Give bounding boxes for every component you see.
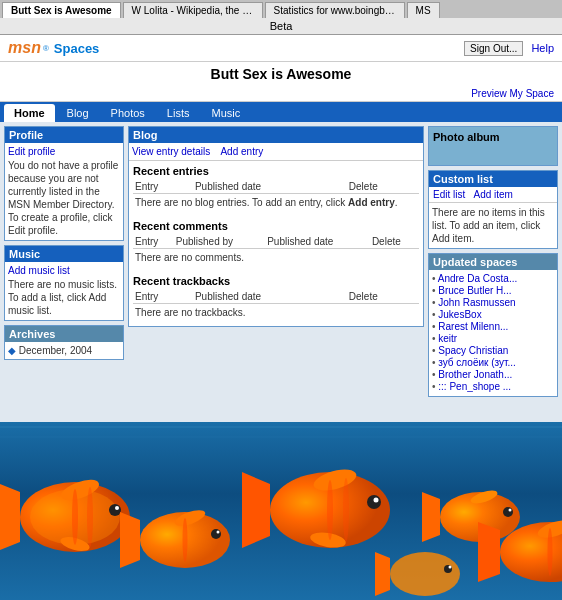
tab-ms[interactable]: MS — [407, 2, 440, 18]
space-item-4[interactable]: Rarest Milenn... — [432, 321, 554, 332]
nav-photos[interactable]: Photos — [101, 104, 155, 122]
profile-header: Profile — [5, 127, 123, 143]
tab-lolita[interactable]: W Lolita - Wikipedia, the free encyclope… — [123, 2, 263, 18]
recent-trackbacks-section: Recent trackbacks Entry Published date D… — [129, 271, 423, 326]
page-title: Butt Sex is Awesome — [0, 62, 562, 86]
nav-music[interactable]: Music — [201, 104, 250, 122]
preview-my-space-link[interactable]: Preview My Space — [471, 88, 554, 99]
fish-area — [0, 422, 562, 600]
msn-spaces-text: Spaces — [54, 41, 100, 56]
col-published-date: Published date — [193, 180, 347, 194]
svg-point-22 — [343, 478, 349, 542]
svg-marker-16 — [242, 472, 270, 548]
recent-entries-table: Entry Published date Delete — [133, 180, 419, 194]
recent-entries-header-row: Entry Published date Delete — [133, 180, 419, 194]
msn-logo: msn® Spaces — [8, 39, 99, 57]
msn-header-right: Sign Out... Help — [464, 41, 554, 56]
recent-entries-title: Recent entries — [133, 165, 419, 177]
add-entry-bold[interactable]: Add entry — [348, 197, 395, 208]
recent-comments-table: Entry Published by Published date Delete — [133, 235, 419, 249]
right-sidebar: Photo album Custom list Edit list Add it… — [428, 126, 558, 418]
profile-section: Profile Edit profile You do not have a p… — [4, 126, 124, 241]
help-link[interactable]: Help — [531, 42, 554, 54]
nav-home[interactable]: Home — [4, 104, 55, 122]
add-entry-link[interactable]: Add entry — [220, 146, 263, 157]
space-item-2[interactable]: John Rasmussen — [432, 297, 554, 308]
svg-marker-10 — [120, 512, 140, 568]
space-item-1[interactable]: Bruce Butler H... — [432, 285, 554, 296]
nav-blog[interactable]: Blog — [57, 104, 99, 122]
space-item-6[interactable]: Spacy Christian — [432, 345, 554, 356]
tab-boingboing[interactable]: Statistics for www.boingboing.net — [265, 2, 405, 18]
col-delete-2: Delete — [370, 235, 419, 249]
custom-list-empty: There are no items in this list. To add … — [432, 207, 545, 244]
col-entry-3: Entry — [133, 290, 193, 304]
music-body: Add music list There are no music lists.… — [5, 262, 123, 320]
recent-trackbacks-table: Entry Published date Delete — [133, 290, 419, 304]
col-delete: Delete — [347, 180, 419, 194]
space-item-3[interactable]: JukesBox — [432, 309, 554, 320]
space-item-8[interactable]: Brother Jonath... — [432, 369, 554, 380]
svg-point-12 — [211, 529, 221, 539]
profile-text: You do not have a profile because you ar… — [8, 159, 120, 237]
blog-section: Blog View entry details Add entry Recent… — [128, 126, 424, 327]
svg-point-7 — [72, 489, 78, 545]
blog-links: View entry details Add entry — [129, 143, 423, 161]
archives-body: December, 2004 — [5, 342, 123, 359]
beta-label: Beta — [270, 20, 293, 32]
sign-out-button[interactable]: Sign Out... — [464, 41, 523, 56]
svg-point-37 — [449, 566, 452, 569]
photo-album-header: Photo album — [433, 131, 553, 143]
custom-list-header: Custom list — [429, 171, 557, 187]
fish-svg — [0, 422, 562, 600]
svg-point-21 — [327, 480, 333, 540]
col-entry: Entry — [133, 180, 193, 194]
edit-profile-link[interactable]: Edit profile — [8, 146, 120, 157]
msn-logo-sup: ® — [43, 44, 49, 53]
recent-trackbacks-empty: There are no trackbacks. — [133, 304, 419, 322]
add-music-list-link[interactable]: Add music list — [8, 265, 120, 276]
svg-point-6 — [115, 506, 119, 510]
photo-album-section: Photo album — [428, 126, 558, 166]
svg-point-5 — [109, 504, 121, 516]
recent-comments-header-row: Entry Published by Published date Delete — [133, 235, 419, 249]
updated-spaces-header: Updated spaces — [429, 254, 557, 270]
custom-list-section: Custom list Edit list Add item There are… — [428, 170, 558, 249]
msn-header: msn® Spaces Sign Out... Help — [0, 35, 562, 62]
recent-comments-title: Recent comments — [133, 220, 419, 232]
blog-header: Blog — [129, 127, 423, 143]
nav-lists[interactable]: Lists — [157, 104, 200, 122]
recent-trackbacks-title: Recent trackbacks — [133, 275, 419, 287]
space-item-9[interactable]: ::: Pen_shope ... — [432, 381, 554, 392]
music-text: There are no music lists. To add a list,… — [8, 278, 120, 317]
svg-marker-35 — [375, 552, 390, 596]
recent-trackbacks-header-row: Entry Published date Delete — [133, 290, 419, 304]
archives-item-dec2004[interactable]: December, 2004 — [8, 345, 120, 356]
svg-point-13 — [217, 531, 220, 534]
left-sidebar: Profile Edit profile You do not have a p… — [4, 126, 124, 418]
space-item-7[interactable]: зуб слоёик (зут... — [432, 357, 554, 368]
view-entry-details-link[interactable]: View entry details — [132, 146, 210, 157]
svg-point-34 — [390, 552, 460, 596]
recent-entries-section: Recent entries Entry Published date Dele… — [129, 161, 423, 216]
svg-point-14 — [183, 518, 188, 562]
browser-tabs: Butt Sex is Awesome W Lolita - Wikipedia… — [0, 0, 562, 18]
col-delete-3: Delete — [347, 290, 419, 304]
svg-point-33 — [548, 528, 553, 576]
custom-list-links: Edit list Add item — [429, 187, 557, 203]
edit-list-link[interactable]: Edit list — [433, 189, 465, 200]
recent-comments-empty: There are no comments. — [133, 249, 419, 267]
updated-spaces-section: Updated spaces Andre Da Costa... Bruce B… — [428, 253, 558, 397]
add-item-link[interactable]: Add item — [473, 189, 512, 200]
col-entry-2: Entry — [133, 235, 174, 249]
tab-butt-sex[interactable]: Butt Sex is Awesome — [2, 2, 121, 18]
svg-marker-2 — [0, 482, 20, 552]
custom-list-body: There are no items in this list. To add … — [429, 203, 557, 248]
col-published-date-2: Published date — [265, 235, 370, 249]
space-item-5[interactable]: keitr — [432, 333, 554, 344]
svg-marker-29 — [478, 522, 500, 582]
svg-point-19 — [367, 495, 381, 509]
space-item-0[interactable]: Andre Da Costa... — [432, 273, 554, 284]
svg-point-20 — [374, 498, 379, 503]
browser-bar: Beta — [0, 18, 562, 35]
